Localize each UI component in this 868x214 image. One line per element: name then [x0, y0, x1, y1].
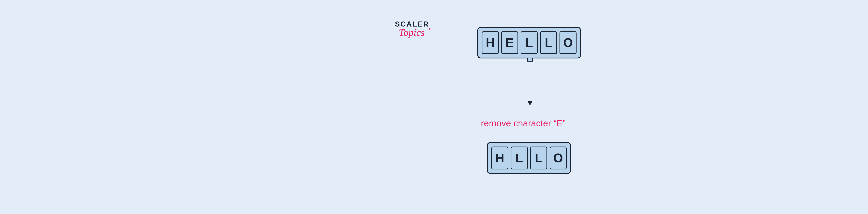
- arrow-head-icon: [527, 101, 533, 105]
- connector-stub-icon: [527, 58, 533, 62]
- scaler-topics-logo: SCALER Topics: [395, 20, 429, 38]
- char-cell: O: [559, 31, 577, 54]
- diagram-canvas: SCALER Topics H E L L O remove character…: [377, 0, 665, 214]
- logo-text-topics: Topics: [399, 27, 429, 38]
- arrow-line-icon: [530, 62, 530, 102]
- char-cell: L: [530, 147, 547, 170]
- logo-dot-icon: [429, 28, 431, 30]
- input-string-box: H E L L O: [477, 27, 581, 59]
- output-string-box: H L L O: [487, 142, 571, 174]
- char-cell: H: [482, 31, 499, 54]
- char-cell: L: [521, 31, 538, 54]
- char-cell: L: [540, 31, 557, 54]
- char-cell: E: [501, 31, 518, 54]
- char-cell: O: [550, 147, 567, 170]
- char-cell: H: [491, 147, 508, 170]
- operation-label: remove character “E”: [481, 118, 566, 128]
- char-cell: L: [511, 147, 528, 170]
